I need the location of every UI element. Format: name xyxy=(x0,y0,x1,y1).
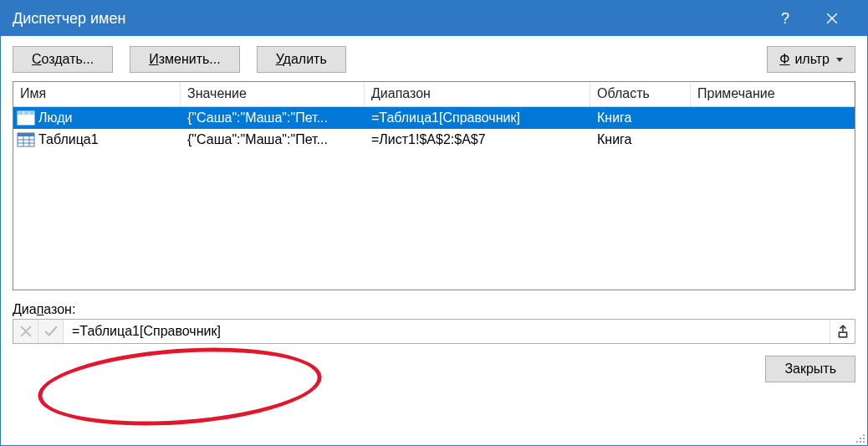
delete-button[interactable]: Удалить xyxy=(257,46,346,73)
collapse-dialog-button[interactable] xyxy=(830,320,855,343)
list-header: Имя Значение Диапазон Область Примечание xyxy=(13,82,855,107)
range-accept-button xyxy=(38,320,64,343)
svg-point-21 xyxy=(856,441,858,443)
range-input[interactable] xyxy=(64,320,830,343)
toolbar: Создать... Изменить... Удалить Фильтр xyxy=(13,46,855,73)
row-range: =Лист1!$A$2:$A$7 xyxy=(365,129,590,151)
close-button[interactable]: Закрыть xyxy=(765,356,855,382)
table-row[interactable]: Люди{"Саша":"Маша":"Пет...=Таблица1[Спра… xyxy=(13,107,855,129)
close-window-button[interactable] xyxy=(809,1,855,36)
name-manager-dialog: Диспетчер имен ? Создать... Изменить... … xyxy=(0,0,868,446)
window-title: Диспетчер имен xyxy=(13,10,762,28)
col-value[interactable]: Значение xyxy=(181,82,365,106)
svg-point-20 xyxy=(863,438,865,439)
edit-button[interactable]: Изменить... xyxy=(130,46,240,73)
svg-rect-9 xyxy=(18,133,34,136)
create-button[interactable]: Создать... xyxy=(13,46,113,73)
row-comment xyxy=(691,107,855,129)
row-value: {"Саша":"Маша":"Пет... xyxy=(181,107,365,129)
col-comment[interactable]: Примечание xyxy=(691,82,855,106)
row-comment xyxy=(691,129,855,151)
list-body: Люди{"Саша":"Маша":"Пет...=Таблица1[Спра… xyxy=(13,107,855,290)
col-name[interactable]: Имя xyxy=(13,82,181,106)
x-icon xyxy=(20,326,32,337)
svg-rect-16 xyxy=(839,332,846,337)
svg-point-19 xyxy=(860,438,861,439)
close-icon xyxy=(826,13,838,24)
row-value: {"Саша":"Маша":"Пет... xyxy=(181,129,365,151)
filter-button[interactable]: Фильтр xyxy=(767,46,855,73)
row-range: =Таблица1[Справочник] xyxy=(365,107,590,129)
names-list: Имя Значение Диапазон Область Примечание… xyxy=(13,81,855,290)
footer: Закрыть xyxy=(13,344,855,386)
check-icon xyxy=(44,326,58,337)
svg-point-23 xyxy=(863,441,865,443)
range-cancel-button xyxy=(13,320,38,343)
col-range[interactable]: Диапазон xyxy=(365,82,590,106)
range-bar xyxy=(13,319,855,344)
row-name: Люди xyxy=(38,110,72,126)
row-scope: Книга xyxy=(590,107,691,129)
table-row[interactable]: Таблица1{"Саша":"Маша":"Пет...=Лист1!$A$… xyxy=(13,129,855,151)
range-label: Диапазон: xyxy=(13,302,855,317)
resize-grip-icon xyxy=(854,432,865,443)
dialog-body: Создать... Изменить... Удалить Фильтр Им… xyxy=(1,36,867,445)
col-scope[interactable]: Область xyxy=(590,82,691,106)
row-scope: Книга xyxy=(590,129,691,151)
collapse-icon xyxy=(836,325,850,338)
svg-point-22 xyxy=(860,441,861,443)
titlebar: Диспетчер имен ? xyxy=(1,1,867,36)
svg-point-18 xyxy=(863,434,865,436)
svg-rect-3 xyxy=(18,111,34,115)
table-icon xyxy=(17,110,35,126)
table-icon xyxy=(17,132,35,147)
row-name: Таблица1 xyxy=(38,132,99,147)
help-button[interactable]: ? xyxy=(762,1,809,36)
resize-grip[interactable] xyxy=(854,432,865,443)
